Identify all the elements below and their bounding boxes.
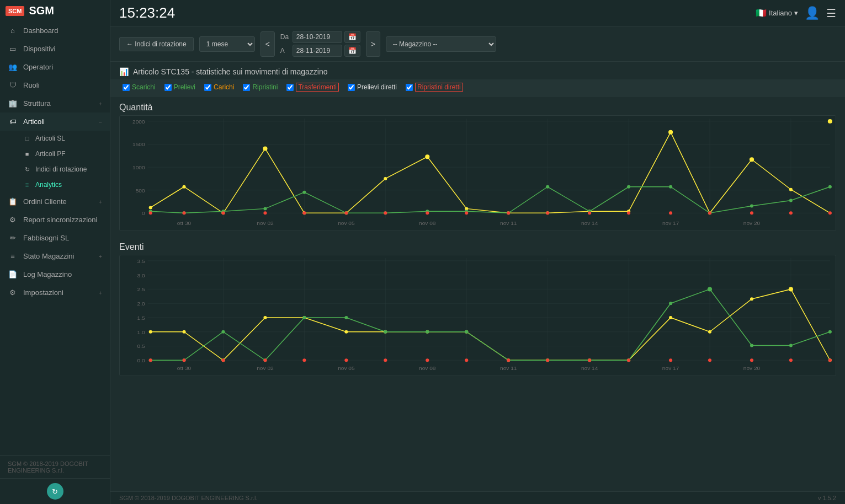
lang-chevron-icon: ▾ — [794, 9, 798, 17]
sidebar-subitem-articoli-pf[interactable]: ■ Articoli PF — [0, 146, 110, 162]
back-button[interactable]: ← Indici di rotazione — [119, 37, 194, 51]
sidebar-item-stato-magazzini[interactable]: ≡ Stato Magazzini + — [0, 247, 110, 265]
svg-point-75 — [669, 211, 672, 215]
sidebar-item-ruoli[interactable]: 🛡 Ruoli — [0, 76, 110, 94]
sidebar-subitem-articoli-sl[interactable]: □ Articoli SL — [0, 131, 110, 146]
language-label: Italiano — [769, 9, 792, 17]
sidebar-item-dashboard[interactable]: ⌂ Dashboard — [0, 22, 110, 40]
svg-text:500: 500 — [136, 187, 145, 194]
date-from-input[interactable] — [293, 31, 342, 43]
articoli-sl-icon: □ — [23, 135, 31, 142]
language-selector[interactable]: 🇮🇹 Italiano ▾ — [756, 8, 798, 18]
svg-point-146 — [789, 344, 793, 347]
svg-point-57 — [669, 185, 672, 189]
sidebar-item-struttura[interactable]: 🏢 Struttura + — [0, 94, 110, 112]
svg-point-73 — [588, 211, 591, 215]
svg-text:0: 0 — [142, 210, 145, 216]
svg-text:1500: 1500 — [132, 142, 145, 148]
hamburger-icon[interactable]: ☰ — [826, 7, 836, 20]
sidebar-item-operatori-label: Operatori — [23, 63, 53, 71]
sidebar-subitem-indici[interactable]: ↻ Indici di rotazione — [0, 162, 110, 177]
next-button[interactable]: > — [366, 31, 380, 57]
svg-text:1.5: 1.5 — [137, 315, 146, 321]
svg-point-33 — [425, 154, 429, 159]
prelievi-checkbox[interactable] — [164, 84, 172, 91]
legend-trasferimenti[interactable]: Trasferimenti — [283, 82, 342, 93]
trasferimenti-checkbox[interactable] — [286, 84, 294, 91]
date-range-group: Da 📅 A 📅 — [280, 31, 360, 57]
svg-point-138 — [465, 330, 468, 334]
sidebar-item-ordini-label: Ordini Cliente — [23, 197, 67, 206]
sidebar-item-dispositivi[interactable]: ▭ Dispositivi — [0, 40, 110, 58]
legend-carichi[interactable]: Carichi — [201, 82, 237, 92]
legend-prelievi[interactable]: Prelievi — [161, 82, 199, 92]
eventi-chart: 3.5 3.0 2.5 2.0 1.5 1.0 0.5 0.0 ott 30 n… — [119, 255, 836, 376]
legend-ripristini-diretti[interactable]: Ripristini diretti — [402, 82, 466, 93]
svg-text:2000: 2000 — [132, 119, 145, 125]
chart-section-header: 📊 Articolo STC135 - statistiche sui movi… — [110, 62, 845, 79]
sidebar-subitem-analytics[interactable]: ≡ Analytics — [0, 177, 110, 192]
svg-point-43 — [828, 119, 832, 124]
legend-bar: Scarichi Prelievi Carichi Ripristini Tra… — [110, 79, 845, 97]
sidebar-item-ordini[interactable]: 📋 Ordini Cliente + — [0, 192, 110, 211]
svg-point-27 — [182, 185, 185, 189]
svg-point-72 — [546, 211, 549, 215]
svg-text:3.0: 3.0 — [137, 272, 146, 278]
legend-scarichi[interactable]: Scarichi — [119, 82, 159, 92]
sidebar-item-log[interactable]: 📄 Log Magazzino — [0, 265, 110, 283]
svg-text:nov 14: nov 14 — [581, 365, 598, 371]
footer: SGM © 2018-2019 DOGOBIT ENGINEERING S.r.… — [110, 491, 845, 504]
svg-point-62 — [149, 211, 152, 215]
svg-text:nov 08: nov 08 — [419, 365, 436, 371]
svg-point-48 — [302, 191, 306, 194]
sidebar-item-articoli[interactable]: 🏷 Articoli − — [0, 112, 110, 131]
carichi-checkbox[interactable] — [204, 84, 211, 91]
sidebar-toggle-button[interactable]: ↻ — [47, 483, 63, 500]
svg-text:1000: 1000 — [132, 164, 145, 170]
prelievi-diretti-checkbox[interactable] — [348, 84, 355, 91]
flag-icon: 🇮🇹 — [756, 8, 767, 18]
sidebar-item-report[interactable]: ⚙ Report sincronizzazioni — [0, 211, 110, 229]
avatar-icon[interactable]: 👤 — [805, 6, 820, 20]
date-to-input[interactable] — [293, 45, 342, 57]
eventi-title: Eventi — [119, 242, 836, 252]
svg-text:ott 30: ott 30 — [177, 220, 192, 226]
scarichi-checkbox[interactable] — [123, 84, 130, 91]
ripristini-checkbox[interactable] — [243, 84, 250, 91]
svg-point-32 — [384, 177, 387, 180]
scarichi-label: Scarichi — [132, 83, 156, 91]
svg-point-61 — [828, 185, 832, 189]
sidebar-item-stato-label: Stato Magazzini — [23, 252, 75, 260]
ripristini-diretti-label: Ripristini diretti — [415, 83, 463, 92]
sidebar-item-fabbisogni[interactable]: ✏ Fabbisogni SL — [0, 229, 110, 247]
date-from-label: Da — [280, 33, 290, 41]
sidebar-item-dispositivi-label: Dispositivi — [23, 45, 56, 53]
sidebar-item-ruoli-label: Ruoli — [23, 81, 40, 89]
articoli-icon: 🏷 — [8, 117, 18, 126]
svg-point-151 — [263, 358, 267, 362]
prev-button[interactable]: < — [261, 31, 275, 57]
svg-point-143 — [669, 302, 672, 305]
legend-prelievi-diretti[interactable]: Prelievi diretti — [344, 82, 400, 92]
date-from-calendar-button[interactable]: 📅 — [344, 31, 360, 43]
svg-text:nov 02: nov 02 — [257, 365, 274, 371]
svg-point-115 — [263, 316, 267, 319]
period-select[interactable]: 1 mese 1 settimana 3 mesi 6 mesi 1 anno — [199, 36, 255, 52]
legend-ripristini[interactable]: Ripristini — [240, 82, 281, 92]
date-from-row: Da 📅 — [280, 31, 360, 43]
svg-text:nov 08: nov 08 — [419, 220, 436, 226]
impostazioni-expand-icon: + — [99, 289, 102, 296]
svg-text:nov 17: nov 17 — [662, 220, 679, 226]
svg-point-165 — [828, 358, 832, 362]
sidebar-item-impostazioni[interactable]: ⚙ Impostazioni + — [0, 283, 110, 302]
ripristini-diretti-checkbox[interactable] — [406, 84, 413, 91]
sidebar-item-log-label: Log Magazzino — [23, 270, 72, 278]
svg-point-160 — [627, 358, 630, 362]
svg-point-128 — [789, 287, 793, 291]
date-to-calendar-button[interactable]: 📅 — [344, 45, 360, 57]
svg-point-64 — [221, 211, 225, 215]
sidebar: SCM SGM ⌂ Dashboard ▭ Dispositivi 👥 Oper… — [0, 0, 110, 504]
svg-text:nov 05: nov 05 — [338, 220, 355, 226]
magazzino-select[interactable]: -- Magazzino -- Magazzino 1 Magazzino 2 — [386, 36, 496, 52]
sidebar-item-operatori[interactable]: 👥 Operatori — [0, 58, 110, 76]
